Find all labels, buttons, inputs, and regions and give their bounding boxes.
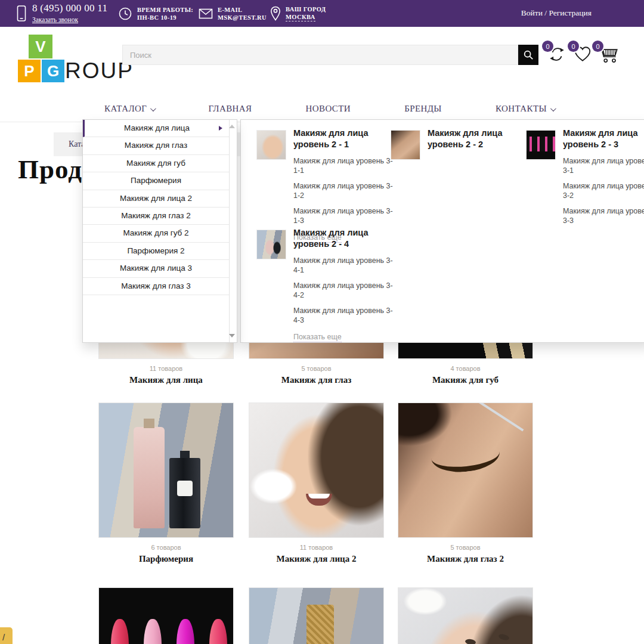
logo-square-blue: G	[42, 60, 64, 82]
email-value[interactable]: MSK@TEST.RU	[218, 14, 267, 21]
flyout-subcategory-link[interactable]: Макияж для лица уровень 3-3-2	[563, 181, 644, 200]
dropdown-item-makeup-eyes-2[interactable]: Макияж для глаз 2	[83, 208, 229, 225]
lipstick-shape	[144, 619, 162, 644]
lipstick-shape	[209, 619, 227, 644]
category-image-smiling-woman[interactable]	[249, 402, 384, 538]
phone-number: 8 (495) 000 00 11	[32, 3, 107, 14]
product-count: 11 товаров	[98, 365, 234, 372]
flyout-subcategory-link[interactable]: Макияж для лица уровень 3-4-1	[293, 256, 395, 275]
chevron-down-icon	[550, 106, 556, 112]
envelope-icon	[199, 8, 213, 20]
dropdown-item-makeup-face-2[interactable]: Макияж для лица 2	[83, 190, 229, 208]
dropdown-item-makeup-lips[interactable]: Макияж для губ	[83, 155, 229, 172]
category-card[interactable]: 11 товаров Макияж для лица 2	[249, 402, 384, 564]
flyout-subcategory-link[interactable]: Макияж для лица уровень 3-1-2	[293, 181, 395, 200]
flyout-block: Макияж для лица уровень 2 - 3 Макияж для…	[526, 128, 644, 231]
scroll-up-icon[interactable]	[229, 125, 235, 128]
main-nav: КАТАЛОГ ГЛАВНАЯ НОВОСТИ БРЕНДЫ КОНТАКТЫ	[0, 95, 644, 122]
nav-item-contacts[interactable]: КОНТАКТЫ	[496, 104, 555, 114]
email-label: E-MAIL	[218, 6, 267, 14]
city-value[interactable]: МОСКВА	[286, 13, 315, 21]
catalog-flyout: Макияж для лица уровень 2 - 1 Макияж для…	[240, 119, 644, 343]
nav-item-home[interactable]: ГЛАВНАЯ	[208, 104, 252, 114]
category-name[interactable]: Макияж для глаз 2	[398, 554, 533, 564]
smile-shape	[306, 494, 332, 506]
logo-square-orange: P	[18, 60, 41, 82]
compare-button[interactable]: 0	[547, 45, 569, 66]
dropdown-item-makeup-eyes[interactable]: Макияж для глаз	[83, 137, 229, 154]
wishlist-button[interactable]: 0	[573, 45, 595, 66]
submenu-arrow-icon	[219, 126, 222, 131]
category-name[interactable]: Макияж для губ	[398, 375, 533, 385]
eye-shape	[498, 633, 510, 641]
edit-tab-button[interactable]: /	[0, 627, 13, 644]
flyout-category-title[interactable]: Макияж для лица уровень 2 - 3	[563, 128, 644, 150]
flyout-subcategory-link[interactable]: Макияж для лица уровень 3-4-3	[293, 306, 395, 325]
flyout-thumb-eye-makeup[interactable]	[391, 130, 420, 160]
category-card[interactable]	[398, 587, 533, 644]
logo-square-green: V	[29, 35, 52, 58]
catalog-dropdown-list: Макияж для лица Макияж для глаз Макияж д…	[83, 120, 230, 342]
nav-item-brands[interactable]: БРЕНДЫ	[404, 104, 442, 114]
show-more-link[interactable]: Показать еще	[293, 333, 342, 342]
cart-button[interactable]: 0	[597, 45, 619, 66]
flyout-subcategory-link[interactable]: Макияж для лица уровень 3-3-1	[563, 156, 644, 175]
search-button[interactable]	[518, 45, 538, 65]
flyout-thumb-perfume[interactable]	[256, 230, 286, 259]
flyout-thumb-woman-flower[interactable]	[256, 130, 286, 160]
brush-shape	[475, 402, 524, 432]
city-block: ВАШ ГОРОД МОСКВА	[270, 0, 326, 27]
category-image-woman-closeup[interactable]	[398, 587, 533, 644]
hours-value: ПН-ВС 10-19	[137, 14, 193, 21]
flyout-category-title[interactable]: Макияж для лица уровень 2 - 2	[428, 128, 529, 150]
catalog-dropdown: Макияж для лица Макияж для глаз Макияж д…	[82, 119, 237, 343]
city-label: ВАШ ГОРОД	[286, 5, 326, 13]
dropdown-item-perfume[interactable]: Парфюмерия	[83, 172, 229, 190]
category-name[interactable]: Макияж для лица	[98, 375, 234, 385]
flyout-subcategory-link[interactable]: Макияж для лица уровень 3-1-1	[293, 156, 395, 175]
search-input[interactable]	[122, 45, 518, 65]
category-card[interactable]	[249, 587, 384, 644]
flyout-category-title[interactable]: Макияж для лица уровень 2 - 4	[293, 227, 395, 250]
dropdown-item-perfume-2[interactable]: Парфюмерия 2	[83, 243, 229, 260]
category-name[interactable]: Макияж для лица 2	[249, 554, 384, 564]
cart-count-badge: 0	[592, 41, 603, 52]
category-image-pink-perfume[interactable]	[249, 587, 384, 644]
flyout-subcategory-link[interactable]: Макияж для лица уровень 3-3-3	[563, 206, 644, 225]
phone-block: 8 (495) 000 00 11 Заказать звонок	[16, 0, 107, 27]
login-link[interactable]: Войти / Регистрация	[521, 8, 592, 18]
flyout-block: Макияж для лица уровень 2 - 4 Макияж для…	[256, 227, 395, 342]
flyout-subcategory-link[interactable]: Макияж для лица уровень 3-1-3	[293, 206, 395, 225]
dropdown-item-makeup-face[interactable]: Макияж для лица	[83, 120, 229, 137]
flyout-subcategory-link[interactable]: Макияж для лица уровень 3-4-2	[293, 281, 395, 300]
nav-item-news[interactable]: НОВОСТИ	[306, 104, 351, 114]
category-image-perfume-bottles[interactable]	[98, 402, 234, 538]
chevron-down-icon	[150, 106, 156, 112]
category-image-four-lipsticks[interactable]	[98, 587, 234, 644]
flyout-category-title[interactable]: Макияж для лица уровень 2 - 1	[293, 128, 395, 150]
flyout-block: Макияж для лица уровень 2 - 2	[391, 128, 529, 150]
search-bar	[122, 45, 538, 65]
callback-link[interactable]: Заказать звонок	[32, 16, 78, 23]
product-count: 4 товаров	[398, 365, 533, 372]
category-card[interactable]	[98, 587, 234, 644]
dropdown-item-makeup-lips-2[interactable]: Макияж для губ 2	[83, 225, 229, 242]
category-name[interactable]: Макияж для глаз	[249, 375, 384, 385]
category-name[interactable]: Парфюмерия	[98, 554, 234, 564]
gold-cap-shape	[306, 605, 334, 644]
dropdown-item-makeup-face-3[interactable]: Макияж для лица 3	[83, 260, 229, 277]
dropdown-item-makeup-eyes-3[interactable]: Макияж для глаз 3	[83, 278, 229, 295]
flyout-thumb-lipsticks[interactable]	[526, 130, 556, 160]
header: V P G ROUP 0 0 0	[0, 27, 644, 95]
scroll-down-icon[interactable]	[229, 334, 235, 338]
category-card[interactable]: 5 товаров Макияж для глаз 2	[398, 402, 533, 564]
nav-item-catalog[interactable]: КАТАЛОГ	[104, 104, 154, 114]
topbar: 8 (495) 000 00 11 Заказать звонок ВРЕМЯ …	[0, 0, 644, 27]
pink-bottle-shape	[134, 427, 165, 528]
product-count: 11 товаров	[249, 544, 384, 551]
category-card[interactable]: 6 товаров Парфюмерия	[98, 402, 234, 564]
page: 8 (495) 000 00 11 Заказать звонок ВРЕМЯ …	[0, 0, 644, 644]
clock-icon	[118, 7, 132, 21]
category-image-eye-brush[interactable]	[398, 402, 533, 538]
wishlist-count-badge: 0	[568, 41, 579, 52]
